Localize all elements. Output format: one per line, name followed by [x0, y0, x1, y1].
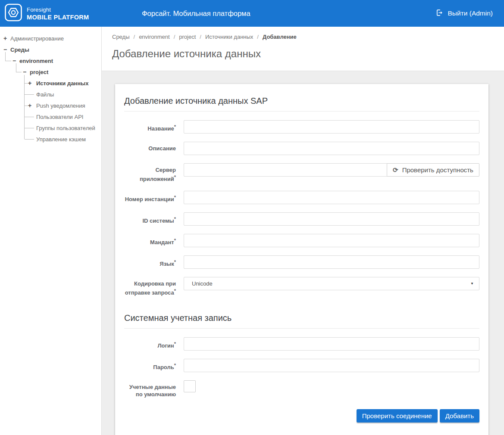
sidebar-item-api-users[interactable]: Пользователи API: [0, 111, 101, 122]
breadcrumb-separator: /: [257, 34, 259, 40]
sidebar-item-push-notifications[interactable]: + Push уведомления: [0, 100, 101, 111]
server-input[interactable]: [184, 163, 387, 177]
encoding-select[interactable]: Unicode ▼: [184, 277, 479, 290]
form-row-system-id: ID системы*: [124, 212, 479, 226]
logo-subtitle: MOBILE PLATFORM: [27, 14, 89, 21]
sidebar-item-user-groups[interactable]: Группы пользователей: [0, 122, 101, 134]
app-title: Форсайт. Мобильная платформа: [142, 9, 250, 18]
login-label: Логин*: [124, 337, 176, 351]
app-header: Foresight MOBILE PLATFORM Форсайт. Мобил…: [0, 0, 504, 27]
sidebar-item-label: Среды: [10, 47, 29, 53]
breadcrumb-item-current: Добавление: [263, 34, 297, 40]
password-input[interactable]: [184, 359, 479, 372]
form-row-encoding: Кодировка при отправке запроса* Unicode …: [124, 277, 479, 296]
server-label: Сервер приложений*: [124, 163, 176, 183]
sidebar-item-label: environment: [19, 58, 53, 64]
name-input[interactable]: [184, 120, 479, 134]
breadcrumb-item[interactable]: environment: [139, 34, 170, 40]
password-label: Пароль*: [124, 359, 176, 372]
language-input[interactable]: [184, 255, 479, 269]
sidebar-item-environment[interactable]: − environment: [0, 55, 101, 66]
login-input[interactable]: [184, 337, 479, 351]
sidebar-item-label: project: [30, 69, 48, 75]
mandant-label: Мандант*: [124, 234, 176, 247]
required-marker: *: [174, 174, 176, 180]
breadcrumb-item[interactable]: Источники данных: [205, 34, 253, 40]
description-input[interactable]: [184, 142, 479, 155]
sidebar-item-label: Источники данных: [36, 80, 88, 87]
breadcrumb: Среды / environment / project / Источник…: [112, 34, 494, 40]
sidebar-item-cache-management[interactable]: Управление кэшем: [0, 134, 101, 145]
sidebar-item-data-sources[interactable]: + Источники данных: [0, 78, 101, 89]
form-row-name: Название*: [124, 120, 479, 134]
form-row-description: Описание: [124, 142, 479, 155]
required-marker: *: [174, 195, 176, 200]
sidebar-item-files[interactable]: Файлы: [0, 89, 101, 100]
form-row-mandant: Мандант*: [124, 234, 479, 247]
form-row-language: Язык*: [124, 255, 479, 269]
required-marker: *: [174, 341, 176, 346]
instance-number-label: Номер инстанции*: [124, 191, 176, 204]
refresh-icon: ⟳: [393, 167, 398, 173]
app-logo: Foresight MOBILE PLATFORM: [0, 3, 89, 23]
page-title: Добавление источника данных: [112, 48, 494, 60]
plus-icon[interactable]: +: [3, 35, 10, 42]
sign-out-icon: [436, 9, 443, 18]
encoding-label: Кодировка при отправке запроса*: [124, 277, 176, 296]
default-credentials-checkbox[interactable]: [184, 380, 196, 392]
form-row-instance-number: Номер инстанции*: [124, 191, 479, 204]
sidebar-item-administration[interactable]: + Администрирование: [0, 33, 101, 44]
required-marker: *: [174, 216, 176, 221]
default-credentials-label: Учетные данные по умолчанию: [124, 380, 176, 398]
content-area: Добавление источника данных SAP Название…: [102, 71, 504, 435]
sidebar-item-label: Администрирование: [10, 35, 64, 42]
encoding-selected-value: Unicode: [192, 280, 213, 287]
description-label: Описание: [124, 142, 176, 155]
check-connection-button[interactable]: Проверить соединение: [357, 409, 438, 423]
breadcrumb-item[interactable]: Среды: [112, 34, 130, 40]
sidebar-item-label: Группы пользователей: [36, 125, 95, 131]
form-row-login: Логин*: [124, 337, 479, 351]
form-row-password: Пароль*: [124, 359, 479, 372]
system-id-input[interactable]: [184, 212, 479, 226]
form-section-title: Добавление источника данных SAP: [124, 93, 479, 112]
logo-title: Foresight: [27, 6, 89, 13]
required-marker: *: [174, 363, 176, 368]
breadcrumb-separator: /: [174, 34, 175, 40]
sidebar-item-label: Управление кэшем: [36, 136, 86, 143]
plus-icon[interactable]: +: [28, 80, 35, 87]
plus-icon[interactable]: +: [28, 102, 35, 109]
form-actions: Проверить соединение Добавить: [124, 409, 479, 423]
mandant-input[interactable]: [184, 234, 479, 247]
form-row-server: Сервер приложений* ⟳ Проверить доступнос…: [124, 163, 479, 183]
check-availability-button[interactable]: ⟳ Проверить доступность: [387, 163, 479, 177]
sidebar-item-label: Push уведомления: [36, 103, 85, 109]
sidebar-item-environments[interactable]: − Среды: [0, 44, 101, 55]
foresight-logo-icon: [5, 3, 22, 23]
breadcrumb-item[interactable]: project: [179, 34, 196, 40]
minus-icon[interactable]: −: [23, 68, 30, 75]
breadcrumb-separator: /: [134, 34, 135, 40]
required-marker: *: [174, 288, 176, 293]
logout-label: Выйти (Admin): [448, 9, 493, 17]
required-marker: *: [174, 124, 176, 129]
sidebar-item-label: Файлы: [36, 91, 54, 98]
required-marker: *: [174, 238, 176, 243]
logout-button[interactable]: Выйти (Admin): [436, 9, 504, 18]
form-row-default-credentials: Учетные данные по умолчанию: [124, 380, 479, 398]
name-label: Название*: [124, 120, 176, 134]
sidebar-item-project[interactable]: − project: [0, 66, 101, 78]
system-id-label: ID системы*: [124, 212, 176, 226]
add-datasource-form-card: Добавление источника данных SAP Название…: [115, 84, 488, 435]
page-header: Среды / environment / project / Источник…: [102, 27, 504, 71]
instance-number-input[interactable]: [184, 191, 479, 204]
project-children-group: + Источники данных Файлы + Push уведомле…: [0, 78, 101, 145]
account-section-title: Системная учетная запись: [124, 311, 479, 329]
sidebar-tree: + Администрирование − Среды − environmen…: [0, 27, 102, 435]
required-marker: *: [174, 259, 176, 264]
breadcrumb-separator: /: [200, 34, 201, 40]
add-button[interactable]: Добавить: [440, 409, 479, 423]
logo-text: Foresight MOBILE PLATFORM: [27, 6, 89, 21]
chevron-down-icon: ▼: [470, 282, 474, 286]
sidebar-item-label: Пользователи API: [36, 114, 83, 120]
